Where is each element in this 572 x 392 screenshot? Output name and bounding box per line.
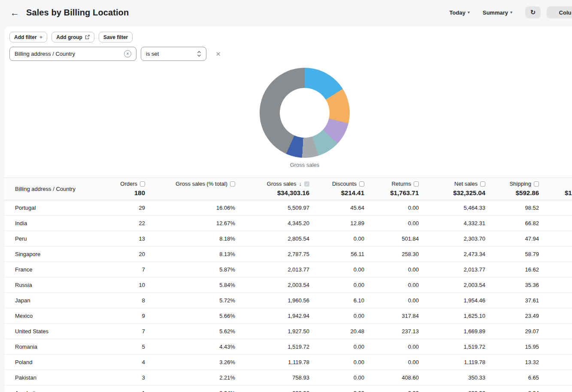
- orders-cell: 9: [99, 308, 152, 324]
- net-sales-cell: 1,669.89: [426, 324, 492, 339]
- date-range-button[interactable]: Today ▾: [446, 7, 473, 18]
- column-total: $592.86: [499, 189, 539, 197]
- column-label: Orders: [120, 181, 137, 187]
- net-sales-cell: 2,303.70: [426, 231, 492, 247]
- column-checkbox[interactable]: [230, 181, 235, 187]
- close-icon: ×: [216, 49, 221, 58]
- orders-cell: 4: [99, 355, 152, 370]
- returns-cell: 258.30: [371, 247, 426, 262]
- refresh-button[interactable]: ↻: [525, 6, 541, 18]
- column-total: $32,325.04: [433, 189, 485, 197]
- table-body: Portugal 29 16.06% 5,509.97 45.64 0.00 5…: [4, 200, 572, 392]
- country-cell: France: [4, 262, 99, 277]
- gross-sales-cell: 1,960.56: [242, 293, 316, 308]
- table-row: Japan 8 5.72% 1,960.56 6.10 0.00 1,954.4…: [4, 293, 572, 308]
- gross-sales-cell: 699.96: [242, 386, 316, 392]
- gross-sales-pct-cell: 2.21%: [152, 370, 242, 386]
- column-header-discounts[interactable]: Discounts $214.41: [316, 178, 371, 200]
- active-filter-row: Billing address / Country × is set ×: [4, 42, 572, 61]
- net-sales-cell: 2,003.54: [426, 277, 492, 293]
- discounts-cell: 0.00: [316, 308, 371, 324]
- country-cell: Poland: [4, 355, 99, 370]
- shipping-cell: 2.24: [492, 386, 546, 392]
- column-label: Net sales: [454, 181, 478, 187]
- column-label: Returns: [391, 181, 411, 187]
- column-header-shipping[interactable]: Shipping $592.86: [492, 178, 546, 200]
- add-filter-button[interactable]: Add filter +: [9, 32, 47, 42]
- column-checkbox[interactable]: [140, 181, 145, 187]
- refresh-icon: ↻: [530, 9, 536, 16]
- orders-cell: 13: [99, 231, 152, 247]
- table-row: India 22 12.67% 4,345.20 12.89 0.00 4,33…: [4, 216, 572, 231]
- orders-cell: 7: [99, 324, 152, 339]
- filter-operator-select[interactable]: is set: [141, 47, 206, 61]
- discounts-cell: 0.00: [316, 386, 371, 392]
- column-header-country[interactable]: Billing address / Country: [4, 178, 99, 200]
- add-group-button[interactable]: Add group: [51, 32, 94, 42]
- column-checkbox[interactable]: [414, 181, 419, 187]
- save-filter-label: Save filter: [103, 34, 128, 40]
- shipping-cell: 13.32: [492, 355, 546, 370]
- gross-sales-cell: 1,119.78: [242, 355, 316, 370]
- net-sales-cell: 1,119.78: [426, 355, 492, 370]
- column-header-clipped[interactable]: $1,: [546, 178, 572, 200]
- column-checkbox[interactable]: [534, 181, 539, 187]
- table-row: Singapore 20 8.13% 2,787.75 56.11 258.30…: [4, 247, 572, 262]
- table-row: United States 7 5.62% 1,927.50 20.48 237…: [4, 324, 572, 339]
- orders-cell: 3: [99, 370, 152, 386]
- filter-field-select[interactable]: Billing address / Country ×: [9, 47, 136, 61]
- shipping-cell: 16.62: [492, 262, 546, 277]
- remove-filter-button[interactable]: ×: [215, 49, 221, 59]
- save-filter-button[interactable]: Save filter: [99, 32, 133, 42]
- returns-cell: 0.00: [371, 386, 426, 392]
- column-checkbox-checked[interactable]: ✓: [304, 181, 309, 187]
- page-title: Sales by Billing Location: [26, 8, 129, 18]
- column-header-gross-sales[interactable]: Gross sales ↓ ✓ $34,303.16: [242, 178, 316, 200]
- shipping-cell: 47.94: [492, 231, 546, 247]
- chart-caption: Gross sales: [260, 162, 350, 168]
- column-checkbox[interactable]: [359, 181, 364, 187]
- clipped-cell: [546, 262, 572, 277]
- orders-cell: 29: [99, 200, 152, 216]
- column-label: Shipping: [509, 181, 531, 187]
- clear-field-icon[interactable]: ×: [124, 50, 131, 57]
- summary-view-label: Summary: [483, 9, 508, 16]
- gross-sales-pct-cell: 3.26%: [152, 355, 242, 370]
- check-icon: ✓: [305, 182, 309, 187]
- column-header-returns[interactable]: Returns $1,763.71: [371, 178, 426, 200]
- discounts-cell: 0.00: [316, 231, 371, 247]
- returns-cell: 0.00: [371, 339, 426, 355]
- shipping-cell: 15.95: [492, 339, 546, 355]
- gross-sales-cell: 2,013.77: [242, 262, 316, 277]
- filter-operator-value: is set: [146, 51, 159, 57]
- chart-area: Gross sales: [4, 68, 572, 177]
- add-filter-label: Add filter: [14, 34, 37, 40]
- column-header-gross-sales-pct[interactable]: Gross sales (% total): [152, 178, 242, 200]
- country-cell: Romania: [4, 339, 99, 355]
- summary-view-button[interactable]: Summary ▾: [479, 7, 516, 18]
- country-cell: Singapore: [4, 247, 99, 262]
- gross-sales-cell: 4,345.20: [242, 216, 316, 231]
- shipping-cell: 6.65: [492, 370, 546, 386]
- columns-button[interactable]: Colu: [547, 6, 572, 18]
- table-row: Poland 4 3.26% 1,119.78 0.00 0.00 1,119.…: [4, 355, 572, 370]
- column-header-orders[interactable]: Orders 180: [99, 178, 152, 200]
- clipped-cell: [546, 216, 572, 231]
- gross-sales-pct-cell: 5.66%: [152, 308, 242, 324]
- gross-sales-cell: 2,003.54: [242, 277, 316, 293]
- gross-sales-cell: 1,519.72: [242, 339, 316, 355]
- column-header-net-sales[interactable]: Net sales $32,325.04: [426, 178, 492, 200]
- table-row: Pakistan 3 2.21% 758.93 0.00 408.60 350.…: [4, 370, 572, 386]
- returns-cell: 237.13: [371, 324, 426, 339]
- discounts-cell: 0.00: [316, 277, 371, 293]
- sort-desc-icon[interactable]: ↓: [299, 181, 302, 187]
- returns-cell: 501.84: [371, 231, 426, 247]
- column-label: Billing address / Country: [15, 186, 76, 192]
- clipped-cell: [546, 324, 572, 339]
- back-button[interactable]: ←: [9, 7, 21, 18]
- shipping-cell: 35.36: [492, 277, 546, 293]
- discounts-cell: 45.64: [316, 200, 371, 216]
- filter-toolbar: Add filter + Add group Save filter: [4, 32, 572, 42]
- column-checkbox[interactable]: [480, 181, 485, 187]
- report-card: Add filter + Add group Save filter Billi…: [4, 27, 572, 392]
